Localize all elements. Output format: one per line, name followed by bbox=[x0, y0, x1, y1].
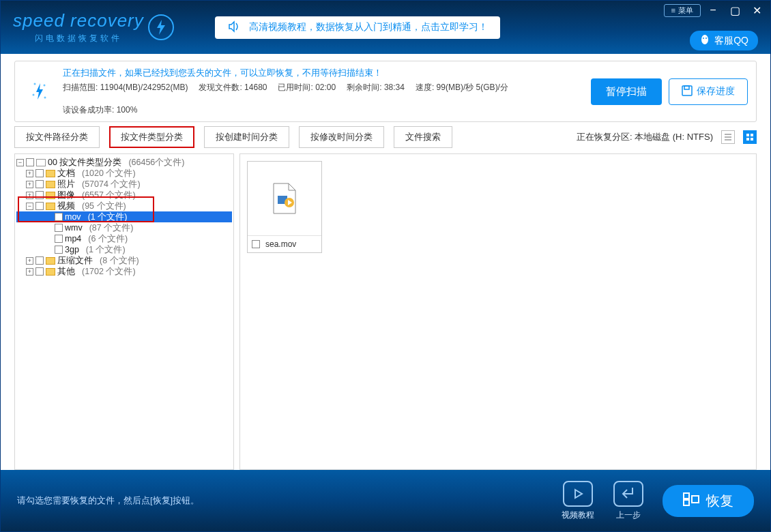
back-icon bbox=[613, 481, 643, 507]
tab-search[interactable]: 文件搜索 bbox=[394, 126, 452, 148]
svg-point-4 bbox=[44, 85, 46, 87]
view-list-button[interactable] bbox=[721, 130, 735, 144]
tutorial-banner[interactable]: 高清视频教程，数据恢复从入门到精通，点击立即学习！ bbox=[215, 16, 500, 39]
status-metrics: 扫描范围: 11904(MB)/242952(MB) 发现文件数: 14680 … bbox=[63, 82, 584, 116]
titlebar-controls: ≡菜单 − ▢ ✕ bbox=[664, 3, 766, 17]
tree-node-other[interactable]: + 其他(1702 个文件) bbox=[16, 266, 232, 277]
file-thumb[interactable]: sea.mov bbox=[247, 161, 322, 253]
penguin-icon bbox=[699, 34, 710, 47]
svg-rect-16 bbox=[684, 500, 689, 505]
view-grid-button[interactable] bbox=[743, 130, 757, 144]
file-checkbox[interactable] bbox=[252, 240, 260, 248]
brand-subtitle: 闪电数据恢复软件 bbox=[35, 33, 122, 44]
tab-by-modified[interactable]: 按修改时间分类 bbox=[299, 126, 384, 148]
svg-point-5 bbox=[33, 94, 35, 96]
tree-node-mov[interactable]: mov(1 个文件) bbox=[16, 211, 232, 222]
recover-button[interactable]: 恢复 bbox=[663, 485, 754, 517]
tree-node-wmv[interactable]: wmv(87 个文件) bbox=[16, 222, 232, 233]
svg-rect-8 bbox=[684, 86, 689, 89]
menu-button[interactable]: ≡菜单 bbox=[664, 4, 701, 17]
tutorial-button[interactable]: 视频教程 bbox=[562, 481, 594, 521]
status-panel: 正在扫描文件，如果已经找到您丢失的文件，可以立即恢复，不用等待扫描结束！ 扫描范… bbox=[14, 61, 757, 122]
tab-by-type[interactable]: 按文件类型分类 bbox=[109, 126, 194, 148]
logo: speed recovery 闪电数据恢复软件 bbox=[13, 10, 174, 44]
brand-text: speed recovery bbox=[13, 10, 144, 31]
tab-by-path[interactable]: 按文件路径分类 bbox=[14, 126, 100, 148]
save-progress-button[interactable]: 保存进度 bbox=[669, 78, 748, 105]
file-label-row: sea.mov bbox=[248, 235, 321, 252]
status-message: 正在扫描文件，如果已经找到您丢失的文件，可以立即恢复，不用等待扫描结束！ bbox=[63, 67, 584, 79]
app-window: speed recovery 闪电数据恢复软件 高清视频教程，数据恢复从入门到精… bbox=[0, 0, 771, 532]
svg-point-2 bbox=[705, 38, 707, 39]
svg-rect-12 bbox=[751, 138, 753, 141]
tree-node-image[interactable]: + 图像(6557 个文件) bbox=[16, 190, 232, 201]
svg-point-0 bbox=[701, 35, 708, 44]
speaker-icon bbox=[227, 20, 242, 35]
recover-icon bbox=[683, 492, 699, 509]
svg-rect-7 bbox=[682, 86, 692, 95]
partition-label: 正在恢复分区: 本地磁盘 (H: NTFS) bbox=[577, 131, 713, 143]
svg-point-1 bbox=[703, 38, 704, 39]
topbar: speed recovery 闪电数据恢复软件 高清视频教程，数据恢复从入门到精… bbox=[1, 1, 770, 54]
file-name: sea.mov bbox=[265, 239, 296, 249]
svg-point-3 bbox=[34, 83, 36, 85]
footer: 请勾选您需要恢复的文件，然后点[恢复]按钮。 视频教程 上一步 恢复 bbox=[1, 470, 770, 531]
pause-scan-button[interactable]: 暂停扫描 bbox=[591, 78, 662, 105]
tree-pane[interactable]: − 00 按文件类型分类(66456个文件) + 文档(1020 个文件) + … bbox=[14, 153, 234, 470]
tree-node-zip[interactable]: + 压缩文件(8 个文件) bbox=[16, 255, 232, 266]
banner-text: 高清视频教程，数据恢复从入门到精通，点击立即学习！ bbox=[249, 21, 488, 33]
prev-step-button[interactable]: 上一步 bbox=[613, 481, 643, 521]
tabs-row: 按文件路径分类 按文件类型分类 按创建时间分类 按修改时间分类 文件搜索 正在恢… bbox=[14, 126, 757, 148]
video-file-icon bbox=[248, 162, 321, 235]
content-pane[interactable]: sea.mov bbox=[239, 153, 757, 470]
tree-node-mp4[interactable]: mp4(6 个文件) bbox=[16, 233, 232, 244]
tree-node-3gp[interactable]: 3gp(1 个文件) bbox=[16, 244, 232, 255]
footer-hint: 请勾选您需要恢复的文件，然后点[恢复]按钮。 bbox=[17, 494, 199, 507]
status-info: 正在扫描文件，如果已经找到您丢失的文件，可以立即恢复，不用等待扫描结束！ 扫描范… bbox=[63, 67, 584, 116]
scan-icon bbox=[23, 78, 56, 105]
support-button[interactable]: 客服QQ bbox=[690, 31, 758, 50]
svg-point-6 bbox=[44, 97, 46, 99]
svg-rect-9 bbox=[746, 134, 749, 136]
bolt-icon bbox=[148, 14, 174, 40]
svg-rect-10 bbox=[751, 134, 753, 136]
svg-rect-11 bbox=[746, 138, 749, 141]
tree-root[interactable]: − 00 按文件类型分类(66456个文件) bbox=[16, 157, 232, 168]
play-icon bbox=[563, 481, 593, 507]
tab-by-created[interactable]: 按创建时间分类 bbox=[204, 126, 289, 148]
minimize-button[interactable]: − bbox=[703, 3, 723, 17]
svg-rect-17 bbox=[692, 496, 699, 503]
tree-node-photo[interactable]: + 照片(57074 个文件) bbox=[16, 179, 232, 190]
svg-rect-15 bbox=[684, 493, 689, 499]
tree-node-doc[interactable]: + 文档(1020 个文件) bbox=[16, 168, 232, 179]
close-button[interactable]: ✕ bbox=[747, 3, 766, 17]
floppy-icon bbox=[682, 85, 693, 98]
main-area: − 00 按文件类型分类(66456个文件) + 文档(1020 个文件) + … bbox=[14, 153, 757, 470]
tree-node-video[interactable]: − 视频(95 个文件) bbox=[16, 201, 232, 211]
maximize-button[interactable]: ▢ bbox=[725, 3, 744, 17]
